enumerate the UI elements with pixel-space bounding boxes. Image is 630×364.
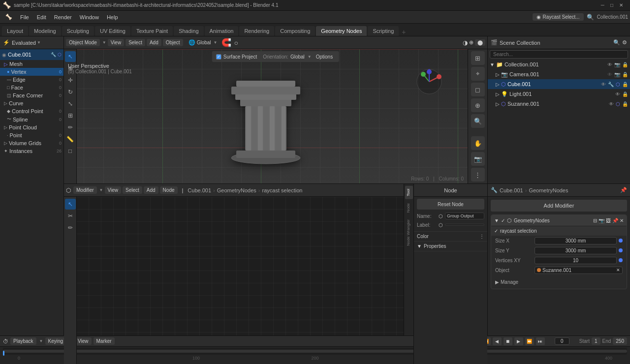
tl-view-btn[interactable]: View: [75, 337, 92, 345]
add-btn[interactable]: Add: [147, 39, 161, 46]
spline-item[interactable]: 〜 Spline 0: [0, 115, 63, 123]
ne-view-btn[interactable]: View: [105, 186, 122, 194]
current-frame-display[interactable]: 0: [555, 337, 569, 345]
sc-cube-node[interactable]: ⬡: [616, 82, 620, 87]
menu-help[interactable]: Help: [103, 13, 122, 21]
point-item[interactable]: · Point 0: [0, 131, 63, 139]
mod-check2-icon[interactable]: ✓: [494, 228, 498, 234]
ne-select-tool[interactable]: ↖: [65, 199, 76, 210]
mesh-section[interactable]: ▷ Mesh: [0, 60, 63, 68]
mod-camera-icon[interactable]: 📷: [598, 218, 604, 223]
viewport[interactable]: Object Mode ▼ View Select Add Object 🌐 G…: [64, 36, 487, 184]
search-btn[interactable]: 🔍: [471, 114, 485, 128]
cursor-btn[interactable]: ⊕: [471, 98, 485, 112]
vertex-item[interactable]: ● Vertex 0: [0, 68, 63, 76]
point-cloud-section[interactable]: ▷ Point Cloud: [0, 123, 63, 131]
search-icon[interactable]: 🔍: [586, 13, 595, 22]
sc-cube-wrench[interactable]: 🔧: [608, 82, 614, 87]
mod-cube-link[interactable]: Cube.001: [500, 187, 523, 193]
vtab-node[interactable]: Node: [405, 200, 413, 215]
transform-tool[interactable]: ⊞: [65, 110, 76, 121]
ne-node-btn[interactable]: Node: [160, 186, 178, 194]
playback-dropdown[interactable]: ▼: [39, 339, 43, 343]
sc-eye-icon[interactable]: 👁: [607, 62, 612, 67]
next-frame-btn[interactable]: ⏩: [525, 337, 534, 345]
sc-suzanne-lock[interactable]: 🔒: [622, 101, 628, 107]
sc-lock-icon[interactable]: 🔒: [622, 62, 628, 67]
mod-expand-btn[interactable]: ▼: [494, 218, 499, 223]
curve-section[interactable]: ▷ Curve: [0, 99, 63, 107]
rotate-tool[interactable]: ↻: [65, 87, 76, 97]
tab-geometry-nodes[interactable]: Geometry Nodes: [316, 26, 367, 36]
ne-raycast-link[interactable]: raycast selection: [262, 187, 303, 193]
scene-search-input[interactable]: [490, 50, 628, 59]
tab-modeling[interactable]: Modeling: [29, 26, 61, 36]
play-backward-btn[interactable]: ◀: [493, 337, 502, 345]
overlay-icon[interactable]: ⊕: [469, 39, 473, 46]
tab-sculpting[interactable]: Sculpting: [62, 26, 94, 36]
timeline-scrubber[interactable]: [3, 348, 627, 355]
global-dropdown[interactable]: ▼: [214, 40, 218, 45]
vertices-xy-value[interactable]: 10: [535, 257, 617, 264]
ne-select-btn[interactable]: Select: [123, 186, 142, 194]
sc-cam-lock[interactable]: 🔒: [622, 72, 628, 77]
sc-suzanne-node[interactable]: ⬡: [616, 101, 620, 107]
color-expand-icon[interactable]: ⋮: [479, 234, 484, 239]
face-item[interactable]: □ Face 0: [0, 84, 63, 91]
menu-window[interactable]: Window: [76, 13, 102, 21]
mod-geomnodes-link[interactable]: GeometryNodes: [529, 187, 568, 193]
move-tool[interactable]: ✛: [65, 75, 76, 86]
minimize-btn[interactable]: ─: [601, 2, 604, 8]
proportional-icon[interactable]: ○: [234, 39, 238, 47]
object-mode-dropdown[interactable]: ▼: [102, 40, 106, 45]
select-tool[interactable]: ↖: [65, 51, 76, 62]
tab-shading[interactable]: Shading: [174, 26, 203, 36]
object-clear-btn[interactable]: ✕: [616, 268, 620, 273]
scale-tool[interactable]: ⤡: [65, 98, 76, 109]
tab-layout[interactable]: Layout: [2, 26, 28, 36]
tab-rendering[interactable]: Rendering: [239, 26, 274, 36]
stop-btn[interactable]: ⏹: [504, 337, 512, 345]
volume-grids-item[interactable]: ▷ Volume Grids 0: [0, 139, 63, 147]
sc-cam-cam[interactable]: 📷: [614, 72, 620, 77]
control-point-item[interactable]: ◆ Control Point 0: [0, 107, 63, 115]
shading-icon[interactable]: ◑: [463, 39, 468, 46]
sc-light-lock[interactable]: 🔒: [622, 91, 628, 97]
tab-animation[interactable]: Animation: [205, 26, 239, 36]
mod-check-icon[interactable]: ✓: [501, 218, 505, 223]
face-corner-item[interactable]: ◫ Face Corner 0: [0, 91, 63, 99]
scene-camera[interactable]: ▷ 📷 Camera.001 👁 📷 🔒: [488, 69, 630, 79]
add-workspace-btn[interactable]: +: [402, 28, 406, 36]
jump-end-btn[interactable]: ⏭: [536, 337, 545, 345]
scene-light[interactable]: ▷ 💡 Light.001 👁 🔒: [488, 89, 630, 99]
ne-cube-link[interactable]: Cube.001: [188, 187, 211, 193]
vp-extra-btn[interactable]: ⋮: [471, 168, 485, 182]
surface-project-checkbox[interactable]: ✓: [216, 54, 221, 60]
size-y-value[interactable]: 3000 mm: [535, 247, 617, 254]
instances-item[interactable]: ✦ Instances 26: [0, 147, 63, 155]
scene-tree-collection[interactable]: ▼ 📁 Collection.001 👁 📷 🔒: [488, 60, 630, 69]
zoom-all-btn[interactable]: ⌖: [471, 67, 485, 81]
ne-geomnodes-link[interactable]: GeometryNodes: [217, 187, 256, 193]
tab-scripting[interactable]: Scripting: [368, 26, 399, 36]
annotate-tool[interactable]: ✏: [65, 122, 76, 133]
tab-texture-paint[interactable]: Texture Paint: [131, 26, 173, 36]
start-frame-display[interactable]: 1: [592, 337, 600, 345]
playback-btn[interactable]: Playback: [10, 337, 36, 345]
viewport-gizmo[interactable]: X Y Z: [414, 67, 444, 96]
snap-magnet-icon[interactable]: 🧲: [221, 38, 231, 47]
label-value[interactable]: [445, 224, 484, 226]
name-value[interactable]: Group Output: [445, 212, 484, 219]
sc-cam-icon[interactable]: 📷: [614, 62, 620, 67]
evaluated-dropdown[interactable]: ▼: [37, 40, 41, 45]
menu-edit[interactable]: Edit: [33, 13, 50, 21]
tab-compositing[interactable]: Compositing: [275, 26, 315, 36]
maximize-btn[interactable]: □: [610, 2, 613, 8]
mod-render-icon[interactable]: 🖼: [606, 218, 611, 223]
modifier-btn[interactable]: Modifier: [73, 186, 97, 194]
orientation-dropdown[interactable]: ▼: [308, 55, 312, 59]
ne-annotate-tool[interactable]: ✏: [65, 222, 76, 233]
manage-btn[interactable]: ▶ Manage: [495, 277, 623, 287]
edge-item[interactable]: — Edge 0: [0, 76, 63, 84]
select-btn[interactable]: Select: [126, 39, 145, 46]
